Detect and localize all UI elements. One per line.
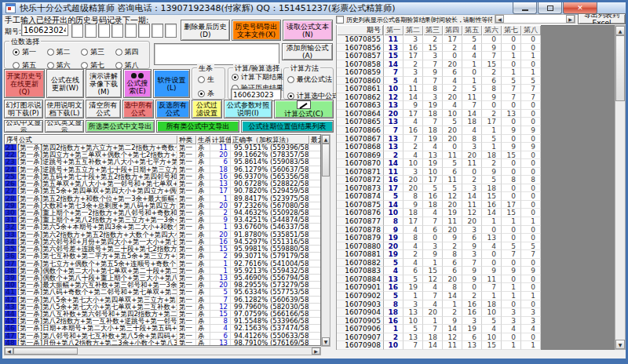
select-all-formulas-button[interactable]: 选中所有公式 [122, 100, 154, 118]
history-row[interactable]: 160709061571419444 [337, 325, 540, 333]
formula-table-hscrollbar[interactable]: ◀ ▶ [4, 347, 321, 355]
history-row[interactable]: 1607086054741655 [337, 77, 540, 86]
formula-column-header[interactable]: 计算值 [210, 135, 231, 144]
history-column-header[interactable]: 期号 [337, 25, 384, 35]
formula-column-header[interactable]: 种类 [177, 135, 196, 144]
history-row[interactable]: 160708791980961300 [337, 234, 540, 242]
formula-column-header[interactable]: 最大 [309, 135, 320, 144]
history-row[interactable]: 160708692413112018150 [337, 151, 540, 160]
history-row[interactable]: 160708631391947000 [337, 101, 540, 110]
add-formula-button[interactable]: 添加所输公式(A) [282, 43, 333, 60]
history-row[interactable]: 160709038341161800 [337, 300, 540, 309]
formula-column-header[interactable]: 正确率（加权算法） [231, 135, 309, 144]
history-row[interactable]: 16070874581612141500 [337, 192, 540, 201]
formula-row[interactable]: 48[第一杀]月份+第八2指数方+第二3余+小数个+第八3余+第三第一杀1398… [5, 340, 320, 346]
issue-input[interactable] [21, 24, 68, 36]
history-column-header[interactable]: 第七 [502, 25, 521, 35]
history-row[interactable]: 1607086420171810142130 [337, 110, 540, 118]
formula-row[interactable]: 36[第一杀]第七互补数+第二平方+第五5余+第三立方+第七2指第一杀299.3… [5, 253, 320, 260]
history-row[interactable]: 1607085814272011500 [337, 60, 540, 69]
history-column-header[interactable]: 第八 [521, 25, 541, 35]
scroll-right-icon[interactable]: ▶ [312, 348, 320, 355]
formula-row[interactable]: 41[第一杀]第八码+奇数个+第二邻号和+第七单双+第二5余+第第一杀595.6… [5, 289, 320, 296]
formula-row[interactable]: 39[第一杀]偶数个+第八十段+重上期个+第三大小+第八单双+第第一杀1395.… [5, 275, 320, 282]
formula-search-button[interactable]: 公式搜索(E) [123, 69, 152, 98]
formula-row[interactable]: 21[第一杀]第四2指数方+第六立方+第二2指数方+奇数个+大数第一杀1195.… [5, 144, 320, 151]
history-number-box[interactable] [165, 24, 177, 38]
calcmethod-option-最优公式法[interactable]: 最优公式法 [287, 75, 333, 85]
history-number-box[interactable] [152, 24, 163, 38]
history-row[interactable]: 160708711131060900 [337, 168, 540, 177]
delete-last-history-button[interactable]: 删除最后历史(D) [181, 20, 230, 41]
formula-row[interactable]: 42[第一杀]第八5余+第七大小+第四单双+第三立方+第四5余+第第一杀796.… [5, 297, 320, 304]
position-results-button[interactable]: 公式往期位置值结果列表 [241, 120, 334, 133]
formula-row[interactable]: 47[第一杀]第八邻号和+第七互补数+第八5余+第四码+第五3余第一杀694.4… [5, 333, 320, 340]
formula-row[interactable]: 35[第一杀]第六邻号差+连跳号+第三十段+第七2指数方+偶数和第一杀1595.… [5, 246, 320, 253]
chinese-display-button[interactable]: 公式中文显示 [4, 120, 43, 133]
formula-row[interactable]: 46[第一杀]日期+本期号+第二大小+第三十段+第五码+第六十段第一杀492.1… [5, 325, 320, 332]
history-column-header[interactable]: 第五 [462, 25, 482, 35]
history-row[interactable]: 1607086513475181700 [337, 118, 540, 126]
scroll-down-icon[interactable]: ▼ [322, 337, 330, 346]
history-column-header[interactable]: 第二 [403, 25, 423, 35]
formula-row[interactable]: 44[第一杀]第八互补数+第六邻号和+第四2指数方+第二立方+第第一杀1597.… [5, 311, 320, 318]
formula-row[interactable]: 32[第一杀]第六5余+本期号+第四3余+第二大小+和数个位+第四第一杀193.… [5, 224, 320, 231]
formula-column-header[interactable]: 公式 [17, 135, 177, 144]
slide-guide-download-button[interactable]: 幻灯图示说明下载(P) [4, 100, 43, 118]
formula-row[interactable]: 24[第一杀]逆跳号+第五立方+第七十段+日期+第三立方+第四5第一杀1896.… [5, 166, 320, 173]
scroll-left-icon[interactable]: ◀ [5, 348, 13, 355]
scroll-thumb[interactable] [13, 348, 78, 355]
history-row[interactable]: 16070878946203000 [337, 226, 540, 235]
read-formula-text-button[interactable]: 读取公式文本(N) [283, 20, 333, 41]
formula-row[interactable]: 28[第一杀]第五2指数方+和数个位+第一3余+最大振幅+第四5余第一杀189.… [5, 195, 320, 202]
history-row[interactable]: 160709011619480710 [337, 283, 540, 292]
history-row[interactable]: 160708551132175000 [337, 35, 540, 44]
history-column-header[interactable]: 第一 [384, 25, 403, 35]
history-row[interactable]: 1607087317205531800 [337, 184, 540, 193]
history-row[interactable]: 16070872162017112588 [337, 176, 540, 184]
history-column-header[interactable]: 第三 [423, 25, 443, 35]
clear-all-formulas-button[interactable]: 清空所有公式 [86, 100, 121, 118]
formula-row[interactable]: 43[第一杀]第八5余+第七大小+第七单双+第二互补数+第一邻号第一杀1299.… [5, 304, 320, 311]
formula-row[interactable]: 38[第一杀]偶数个+第二大小+第七单双+第二十段+第二单双+偶第一杀195.9… [5, 268, 320, 275]
digit-option-第二[interactable]: 第二 [47, 47, 82, 57]
formula-row[interactable]: 34[第一杀]第六邻号和+月份+第四大小+第一大小+第七互补数第一杀1694.5… [5, 238, 320, 246]
history-row[interactable]: 16070862121432011977 [337, 93, 540, 102]
formula-entry-input[interactable] [154, 43, 279, 65]
history-number-box[interactable] [98, 24, 110, 38]
formula-online-update-button[interactable]: 公式在线更新(W) [46, 69, 84, 98]
history-number-box[interactable] [85, 24, 97, 38]
english-display-button[interactable]: 公式英文显示 [45, 120, 84, 133]
history-number-box[interactable] [138, 24, 150, 38]
formula-column-header[interactable]: 序号 [5, 135, 17, 144]
history-row[interactable]: 160708611011825877 [337, 85, 540, 93]
digit-option-第一[interactable]: 第一 [13, 47, 47, 57]
export-to-excel-button[interactable]: 导出列表到Excel [578, 13, 626, 24]
manual-download-button[interactable]: 使用说明文档下载(L) [45, 100, 84, 118]
param-reference-button[interactable]: 公式参数对照说明(I) [224, 100, 272, 118]
software-settings-button[interactable]: 软件设置(L) [153, 69, 190, 98]
scroll-left-icon[interactable]: ◀ [495, 15, 504, 23]
history-row[interactable]: 160708571517304711 [337, 52, 540, 60]
history-column-header[interactable]: 第六 [482, 25, 502, 35]
history-row[interactable]: 1607085973960211 [337, 68, 540, 77]
calculate-formula-button[interactable]: 计算公式(C) [274, 100, 334, 118]
history-row[interactable]: 1607087514918201116170 [337, 201, 540, 209]
formula-row[interactable]: 40[第一杀]最大振幅+第六互补数+第三邻号和+第一3余+第三单第一杀2098.… [5, 282, 320, 289]
history-row[interactable]: 16070902517142111 [337, 292, 540, 300]
history-row[interactable]: 16070881192983077 [337, 250, 540, 259]
formula-row[interactable]: 22[第一杀]第四立方+第三单双+偶数个+第七2指数方+重上期个第一杀2099.… [5, 151, 320, 158]
demo-video-download-button[interactable]: 演示讲解录像下载(M) [86, 69, 122, 98]
history-row[interactable]: 160709081071411131511 [337, 341, 540, 350]
history-number-box[interactable] [111, 24, 123, 38]
minimize-button[interactable] [513, 2, 537, 14]
close-button[interactable]: ✕ [563, 2, 597, 14]
digit-option-第四[interactable]: 第四 [115, 47, 150, 57]
history-row[interactable]: 160709051610193533 [337, 317, 540, 326]
history-row[interactable]: 1607086713719208500 [337, 135, 540, 144]
digit-option-第三[interactable]: 第三 [81, 47, 115, 57]
history-row[interactable]: 16070880204329455 [337, 242, 540, 251]
formula-row[interactable]: 37[第一杀]第七立方+偶数个+第五5余+连顺号+奇数个+第一单第一杀192.7… [5, 260, 320, 268]
history-row[interactable]: 16070883461569999 [337, 267, 540, 275]
history-row[interactable]: 1607087781771120111 [337, 217, 540, 226]
